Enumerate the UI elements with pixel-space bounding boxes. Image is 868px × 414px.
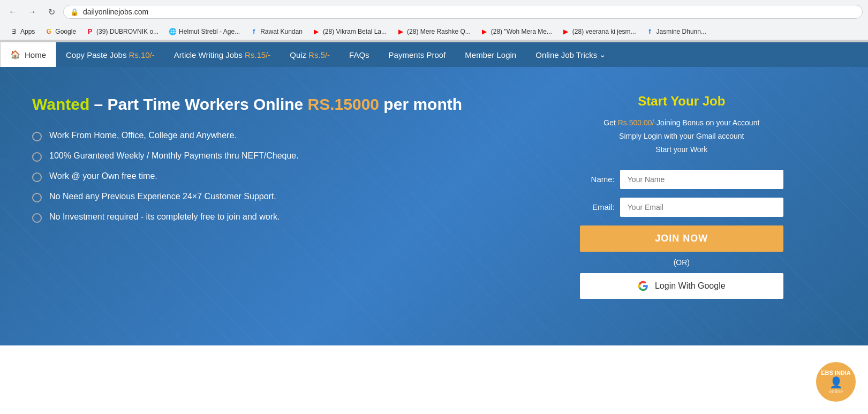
google-login-button[interactable]: Login With Google bbox=[580, 273, 783, 299]
bookmark-yt2-label: (28) Mere Rashke Q... bbox=[407, 28, 471, 35]
desc-line3: Simply Login with your Gmail account bbox=[619, 132, 744, 140]
title-rest: – Part Time Workers Online bbox=[89, 95, 307, 113]
bookmark-helmut[interactable]: 🌐 Helmut Strebl - Age... bbox=[164, 26, 244, 37]
url-text: dailyonlinejobs.com bbox=[83, 7, 148, 16]
bookmark-yt1[interactable]: ▶ (28) Vikram Betal La... bbox=[308, 26, 391, 37]
browser-toolbar: ← → ↻ 🔒 dailyonlinejobs.com bbox=[0, 0, 868, 24]
pinterest-icon: P bbox=[86, 27, 94, 36]
hero-right: Start Your Job Get Rs.500.00/-Joining Bo… bbox=[527, 94, 836, 319]
email-input[interactable] bbox=[620, 198, 783, 217]
youtube-icon-4: ▶ bbox=[562, 27, 570, 36]
bookmark-pinterest-label: (39) DUBROVNIK o... bbox=[96, 28, 158, 35]
title-amount: RS.15000 bbox=[308, 95, 379, 113]
nav-article-price: Rs.15/- bbox=[245, 50, 270, 59]
start-desc: Get Rs.500.00/-Joining Bonus on your Acc… bbox=[603, 116, 759, 157]
nav-copy-paste[interactable]: Copy Paste Jobs Rs.10/- bbox=[56, 42, 164, 67]
email-form-row: Email: bbox=[580, 198, 783, 217]
title-wanted: Wanted bbox=[32, 95, 89, 113]
bookmark-rawat[interactable]: f Rawat Kundan bbox=[245, 26, 307, 37]
feature-3: Work @ your Own free time. bbox=[32, 171, 495, 182]
feature-4-text: No Need any Previous Experience 24×7 Cus… bbox=[49, 192, 276, 201]
email-label: Email: bbox=[580, 202, 615, 212]
bookmark-apps[interactable]: ∃ Apps bbox=[5, 26, 39, 37]
bonus-amount-text: Rs.500.00/- bbox=[618, 118, 656, 127]
hero-section: Wanted – Part Time Workers Online RS.150… bbox=[0, 67, 868, 345]
hero-title: Wanted – Part Time Workers Online RS.150… bbox=[32, 94, 495, 115]
nav-home[interactable]: 🏠 Home bbox=[0, 42, 56, 67]
main-nav: 🏠 Home Copy Paste Jobs Rs.10/- Article W… bbox=[0, 41, 868, 67]
helmut-icon: 🌐 bbox=[168, 27, 177, 36]
feature-2: 100% Guranteed Weekly / Monthly Payments… bbox=[32, 151, 495, 162]
nav-quiz-price: Rs.5/- bbox=[308, 50, 330, 59]
bookmark-pinterest[interactable]: P (39) DUBROVNIK o... bbox=[81, 26, 163, 37]
nav-faqs-label: FAQs bbox=[349, 50, 369, 59]
join-now-button[interactable]: JOIN NOW bbox=[580, 225, 783, 252]
lock-icon: 🔒 bbox=[70, 8, 79, 16]
youtube-icon-3: ▶ bbox=[480, 27, 489, 36]
youtube-icon-1: ▶ bbox=[312, 27, 321, 36]
desc-line1: Get bbox=[603, 118, 617, 127]
name-label: Name: bbox=[580, 175, 615, 184]
desc-line4: Start your Work bbox=[655, 145, 707, 154]
bookmark-jasmine-label: Jasmine Dhunn... bbox=[656, 28, 706, 35]
nav-payments-label: Payments Proof bbox=[389, 50, 446, 59]
dropdown-chevron-icon: ⌄ bbox=[599, 50, 606, 59]
feature-5-text: No Investment required - its completely … bbox=[49, 212, 280, 222]
feature-3-text: Work @ your Own free time. bbox=[49, 171, 157, 181]
apps-grid-icon: ∃ bbox=[10, 27, 18, 36]
radio-circle-1 bbox=[32, 132, 42, 141]
nav-copy-paste-price: Rs.10/- bbox=[129, 50, 154, 59]
features-list: Work From Home, Office, College and Anyw… bbox=[32, 131, 495, 223]
bookmark-jasmine[interactable]: f Jasmine Dhunn... bbox=[641, 26, 711, 37]
bookmark-yt3-label: (28) "Woh Mera Me... bbox=[491, 28, 552, 35]
or-text: (OR) bbox=[674, 258, 690, 267]
feature-4: No Need any Previous Experience 24×7 Cus… bbox=[32, 192, 495, 202]
feature-2-text: 100% Guranteed Weekly / Monthly Payments… bbox=[49, 151, 299, 161]
name-input[interactable] bbox=[620, 170, 783, 189]
feature-1-text: Work From Home, Office, College and Anyw… bbox=[49, 131, 237, 140]
bookmark-yt2[interactable]: ▶ (28) Mere Rashke Q... bbox=[392, 26, 475, 37]
nav-quiz-label: Quiz bbox=[290, 50, 306, 59]
nav-tricks-label: Online Job Tricks bbox=[535, 50, 597, 59]
back-button[interactable]: ← bbox=[5, 4, 20, 19]
youtube-icon-2: ▶ bbox=[396, 27, 405, 36]
bookmark-yt1-label: (28) Vikram Betal La... bbox=[323, 28, 387, 35]
bookmark-yt3[interactable]: ▶ (28) "Woh Mera Me... bbox=[476, 26, 556, 37]
title-end: per month bbox=[379, 95, 462, 113]
bookmark-yt4[interactable]: ▶ (28) veerana ki jesm... bbox=[557, 26, 640, 37]
address-bar[interactable]: 🔒 dailyonlinejobs.com bbox=[63, 5, 863, 19]
nav-faqs[interactable]: FAQs bbox=[339, 42, 379, 67]
hero-left: Wanted – Part Time Workers Online RS.150… bbox=[32, 94, 495, 319]
start-your-job-title: Start Your Job bbox=[638, 94, 725, 109]
bookmark-yt4-label: (28) veerana ki jesm... bbox=[572, 28, 636, 35]
name-form-row: Name: bbox=[580, 170, 783, 189]
nav-article-writing[interactable]: Article Writing Jobs Rs.15/- bbox=[164, 42, 280, 67]
nav-member-login-label: Member Login bbox=[465, 50, 516, 59]
home-icon: 🏠 bbox=[10, 50, 20, 59]
reload-button[interactable]: ↻ bbox=[44, 4, 59, 19]
google-login-label: Login With Google bbox=[655, 281, 726, 291]
bookmark-google-label: Google bbox=[55, 28, 76, 35]
desc-line2: Joining Bonus on your Account bbox=[656, 118, 759, 127]
nav-member-login[interactable]: Member Login bbox=[455, 42, 526, 67]
bookmark-google[interactable]: G Google bbox=[40, 26, 80, 37]
website: 🏠 Home Copy Paste Jobs Rs.10/- Article W… bbox=[0, 41, 868, 345]
feature-1: Work From Home, Office, College and Anyw… bbox=[32, 131, 495, 141]
radio-circle-5 bbox=[32, 213, 42, 223]
browser-chrome: ← → ↻ 🔒 dailyonlinejobs.com ∃ Apps G Goo… bbox=[0, 0, 868, 41]
radio-circle-3 bbox=[32, 172, 42, 182]
google-logo-icon bbox=[638, 281, 648, 291]
nav-article-label: Article Writing Jobs bbox=[174, 50, 243, 59]
nav-home-label: Home bbox=[25, 50, 46, 59]
bookmark-apps-label: Apps bbox=[20, 28, 35, 35]
bookmark-helmut-label: Helmut Strebl - Age... bbox=[179, 28, 240, 35]
nav-payments[interactable]: Payments Proof bbox=[379, 42, 456, 67]
bookmarks-bar: ∃ Apps G Google P (39) DUBROVNIK o... 🌐 … bbox=[0, 24, 868, 40]
forward-button[interactable]: → bbox=[25, 4, 40, 19]
facebook-icon-2: f bbox=[646, 27, 654, 36]
nav-copy-paste-label: Copy Paste Jobs bbox=[66, 50, 126, 59]
nav-online-job-tricks[interactable]: Online Job Tricks ⌄ bbox=[526, 42, 616, 67]
facebook-icon-1: f bbox=[250, 27, 258, 36]
bookmark-rawat-label: Rawat Kundan bbox=[260, 28, 303, 35]
nav-quiz[interactable]: Quiz Rs.5/- bbox=[280, 42, 339, 67]
